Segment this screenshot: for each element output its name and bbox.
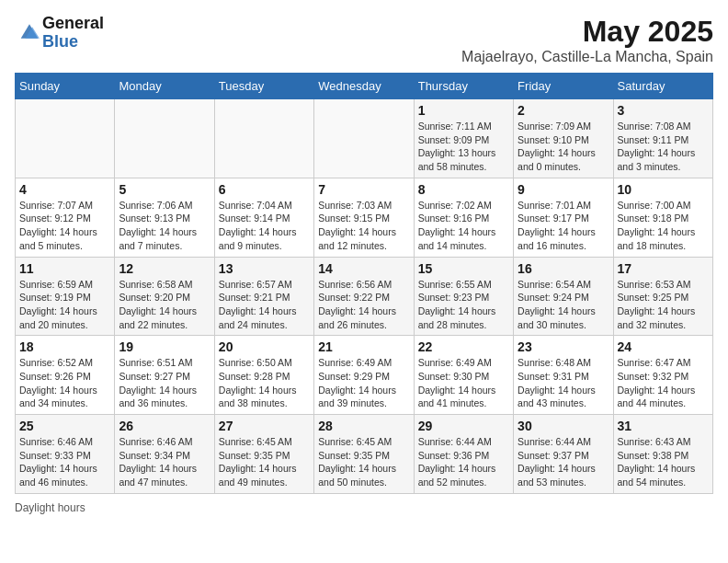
- day-info: Sunrise: 6:54 AMSunset: 9:24 PMDaylight:…: [518, 278, 609, 332]
- day-info: Sunrise: 7:06 AMSunset: 9:13 PMDaylight:…: [119, 199, 210, 253]
- calendar-cell: 9Sunrise: 7:01 AMSunset: 9:17 PMDaylight…: [514, 178, 613, 257]
- calendar-cell: 12Sunrise: 6:58 AMSunset: 9:20 PMDayligh…: [115, 257, 214, 336]
- day-info: Sunrise: 6:58 AMSunset: 9:20 PMDaylight:…: [119, 278, 210, 332]
- day-number: 15: [418, 261, 509, 276]
- calendar-cell: 31Sunrise: 6:43 AMSunset: 9:38 PMDayligh…: [613, 415, 712, 494]
- day-info: Sunrise: 7:03 AMSunset: 9:15 PMDaylight:…: [318, 199, 409, 253]
- calendar-cell: 15Sunrise: 6:55 AMSunset: 9:23 PMDayligh…: [414, 257, 513, 336]
- calendar-week-1: 1Sunrise: 7:11 AMSunset: 9:09 PMDaylight…: [16, 99, 713, 178]
- day-number: 9: [518, 182, 609, 197]
- day-number: 30: [518, 419, 609, 433]
- calendar-cell: [115, 99, 214, 178]
- calendar-cell: 19Sunrise: 6:51 AMSunset: 9:27 PMDayligh…: [115, 336, 214, 415]
- calendar-cell: 30Sunrise: 6:44 AMSunset: 9:37 PMDayligh…: [514, 415, 613, 494]
- day-info: Sunrise: 6:50 AMSunset: 9:28 PMDaylight:…: [219, 356, 310, 410]
- title-block: May 2025 Majaelrayo, Castille-La Mancha,…: [461, 15, 713, 65]
- day-info: Sunrise: 7:00 AMSunset: 9:18 PMDaylight:…: [618, 199, 709, 253]
- day-info: Sunrise: 7:11 AMSunset: 9:09 PMDaylight:…: [418, 120, 509, 174]
- day-number: 22: [418, 339, 509, 354]
- day-info: Sunrise: 6:53 AMSunset: 9:25 PMDaylight:…: [618, 278, 709, 332]
- calendar-week-5: 25Sunrise: 6:46 AMSunset: 9:33 PMDayligh…: [16, 415, 713, 494]
- logo-general-text: General: [42, 14, 104, 32]
- day-info: Sunrise: 6:47 AMSunset: 9:32 PMDaylight:…: [618, 356, 709, 410]
- page-header: General Blue May 2025 Majaelrayo, Castil…: [15, 15, 713, 65]
- calendar-cell: 22Sunrise: 6:49 AMSunset: 9:30 PMDayligh…: [414, 336, 513, 415]
- day-number: 21: [318, 339, 409, 354]
- day-number: 10: [618, 182, 709, 197]
- day-number: 2: [518, 103, 609, 118]
- day-number: 12: [119, 261, 210, 276]
- day-info: Sunrise: 7:07 AMSunset: 9:12 PMDaylight:…: [19, 199, 110, 253]
- day-number: 31: [618, 419, 709, 433]
- calendar-cell: 4Sunrise: 7:07 AMSunset: 9:12 PMDaylight…: [16, 178, 115, 257]
- calendar-cell: 21Sunrise: 6:49 AMSunset: 9:29 PMDayligh…: [314, 336, 414, 415]
- day-number: 17: [618, 261, 709, 276]
- calendar-week-2: 4Sunrise: 7:07 AMSunset: 9:12 PMDaylight…: [16, 178, 713, 257]
- calendar-cell: 10Sunrise: 7:00 AMSunset: 9:18 PMDayligh…: [613, 178, 712, 257]
- day-number: 13: [219, 261, 310, 276]
- day-number: 6: [219, 182, 310, 197]
- day-info: Sunrise: 6:49 AMSunset: 9:30 PMDaylight:…: [418, 356, 509, 410]
- calendar-cell: [314, 99, 414, 178]
- day-number: 29: [418, 419, 509, 433]
- day-number: 25: [19, 419, 110, 433]
- day-number: 24: [618, 339, 709, 354]
- weekday-header-thursday: Thursday: [414, 74, 513, 99]
- calendar-week-3: 11Sunrise: 6:59 AMSunset: 9:19 PMDayligh…: [16, 257, 713, 336]
- footer-note: Daylight hours: [15, 501, 713, 514]
- day-number: 3: [618, 103, 709, 118]
- weekday-header-sunday: Sunday: [16, 74, 115, 99]
- day-info: Sunrise: 6:48 AMSunset: 9:31 PMDaylight:…: [518, 356, 609, 410]
- day-number: 14: [318, 261, 409, 276]
- calendar-cell: 13Sunrise: 6:57 AMSunset: 9:21 PMDayligh…: [214, 257, 313, 336]
- day-info: Sunrise: 6:46 AMSunset: 9:34 PMDaylight:…: [119, 435, 210, 489]
- day-info: Sunrise: 6:43 AMSunset: 9:38 PMDaylight:…: [618, 435, 709, 489]
- calendar-cell: 24Sunrise: 6:47 AMSunset: 9:32 PMDayligh…: [613, 336, 712, 415]
- calendar-header: SundayMondayTuesdayWednesdayThursdayFrid…: [16, 74, 713, 99]
- day-number: 27: [219, 419, 310, 433]
- day-info: Sunrise: 7:08 AMSunset: 9:11 PMDaylight:…: [618, 120, 709, 174]
- day-info: Sunrise: 6:44 AMSunset: 9:37 PMDaylight:…: [518, 435, 609, 489]
- weekday-header-monday: Monday: [115, 74, 214, 99]
- weekday-header-wednesday: Wednesday: [314, 74, 414, 99]
- calendar-cell: 7Sunrise: 7:03 AMSunset: 9:15 PMDaylight…: [314, 178, 414, 257]
- calendar-cell: 3Sunrise: 7:08 AMSunset: 9:11 PMDaylight…: [613, 99, 712, 178]
- calendar-cell: [214, 99, 313, 178]
- calendar-cell: 17Sunrise: 6:53 AMSunset: 9:25 PMDayligh…: [613, 257, 712, 336]
- calendar-cell: 11Sunrise: 6:59 AMSunset: 9:19 PMDayligh…: [16, 257, 115, 336]
- calendar-cell: 23Sunrise: 6:48 AMSunset: 9:31 PMDayligh…: [514, 336, 613, 415]
- day-number: 4: [19, 182, 110, 197]
- day-number: 26: [119, 419, 210, 433]
- day-info: Sunrise: 6:44 AMSunset: 9:36 PMDaylight:…: [418, 435, 509, 489]
- logo: General Blue: [15, 15, 104, 52]
- day-info: Sunrise: 7:01 AMSunset: 9:17 PMDaylight:…: [518, 199, 609, 253]
- calendar-cell: 18Sunrise: 6:52 AMSunset: 9:26 PMDayligh…: [16, 336, 115, 415]
- day-info: Sunrise: 6:55 AMSunset: 9:23 PMDaylight:…: [418, 278, 509, 332]
- day-info: Sunrise: 6:51 AMSunset: 9:27 PMDaylight:…: [119, 356, 210, 410]
- day-number: 19: [119, 339, 210, 354]
- day-number: 1: [418, 103, 509, 118]
- calendar-cell: 28Sunrise: 6:45 AMSunset: 9:35 PMDayligh…: [314, 415, 414, 494]
- calendar-cell: 5Sunrise: 7:06 AMSunset: 9:13 PMDaylight…: [115, 178, 214, 257]
- day-info: Sunrise: 6:52 AMSunset: 9:26 PMDaylight:…: [19, 356, 110, 410]
- day-info: Sunrise: 7:04 AMSunset: 9:14 PMDaylight:…: [219, 199, 310, 253]
- day-info: Sunrise: 6:57 AMSunset: 9:21 PMDaylight:…: [219, 278, 310, 332]
- calendar-cell: 27Sunrise: 6:45 AMSunset: 9:35 PMDayligh…: [214, 415, 313, 494]
- day-info: Sunrise: 6:59 AMSunset: 9:19 PMDaylight:…: [19, 278, 110, 332]
- day-info: Sunrise: 6:45 AMSunset: 9:35 PMDaylight:…: [318, 435, 409, 489]
- logo-blue-text: Blue: [42, 32, 78, 51]
- weekday-header-saturday: Saturday: [613, 74, 712, 99]
- calendar-cell: 1Sunrise: 7:11 AMSunset: 9:09 PMDaylight…: [414, 99, 513, 178]
- day-number: 20: [219, 339, 310, 354]
- day-info: Sunrise: 7:02 AMSunset: 9:16 PMDaylight:…: [418, 199, 509, 253]
- day-number: 7: [318, 182, 409, 197]
- day-info: Sunrise: 7:09 AMSunset: 9:10 PMDaylight:…: [518, 120, 609, 174]
- calendar-cell: 25Sunrise: 6:46 AMSunset: 9:33 PMDayligh…: [16, 415, 115, 494]
- day-info: Sunrise: 6:45 AMSunset: 9:35 PMDaylight:…: [219, 435, 310, 489]
- weekday-header-friday: Friday: [514, 74, 613, 99]
- day-number: 8: [418, 182, 509, 197]
- day-number: 11: [19, 261, 110, 276]
- calendar-table: SundayMondayTuesdayWednesdayThursdayFrid…: [15, 73, 713, 494]
- calendar-cell: 8Sunrise: 7:02 AMSunset: 9:16 PMDaylight…: [414, 178, 513, 257]
- calendar-cell: 16Sunrise: 6:54 AMSunset: 9:24 PMDayligh…: [514, 257, 613, 336]
